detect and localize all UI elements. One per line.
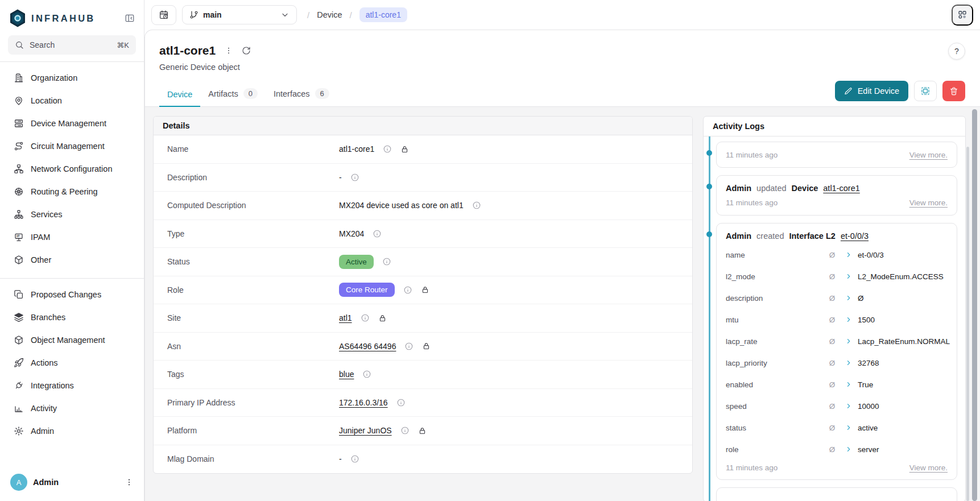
detail-row-computed-description: Computed Description MX204 device used a… <box>154 192 692 220</box>
sidebar-collapse-button[interactable] <box>125 13 135 23</box>
property-old-value: Ø <box>825 294 840 303</box>
tag-link[interactable]: blue <box>339 370 354 379</box>
user-row: A Admin <box>8 474 136 491</box>
property-row: l2_mode Ø L2_ModeEnum.ACCESS <box>726 266 948 287</box>
sidebar-item-services[interactable]: Services <box>8 203 136 226</box>
branch-selector[interactable]: main <box>182 5 297 24</box>
sidebar-nav-primary: Organization Location Device Management … <box>8 67 136 271</box>
entry-object-link[interactable]: et-0/0/3 <box>841 231 869 241</box>
sidebar-item-ipam[interactable]: IP IPAM <box>8 226 136 249</box>
property-name: lacp_rate <box>726 337 825 346</box>
sidebar-item-routing-peering[interactable]: Routing & Peering <box>8 180 136 203</box>
sidebar-item-organization[interactable]: Organization <box>8 67 136 89</box>
property-old-value: Ø <box>825 424 840 432</box>
info-icon[interactable] <box>350 173 359 182</box>
chevron-right-icon <box>840 251 858 258</box>
info-icon[interactable] <box>350 454 359 463</box>
property-row: enabled Ø True <box>726 374 948 395</box>
edit-device-button[interactable]: Edit Device <box>835 81 908 101</box>
refresh-button[interactable] <box>242 46 251 55</box>
detail-row-name: Name atl1-core1 <box>154 135 692 164</box>
view-more-link[interactable]: View more. <box>909 198 948 207</box>
info-icon[interactable] <box>472 201 481 210</box>
property-name: enabled <box>726 380 825 389</box>
breadcrumb-current[interactable]: atl1-core1 <box>359 7 407 22</box>
info-icon[interactable] <box>400 426 410 435</box>
info-icon[interactable] <box>362 370 371 379</box>
sidebar-item-label: Branches <box>31 313 65 322</box>
tab-interfaces[interactable]: Interfaces 6 <box>266 82 337 106</box>
info-icon[interactable] <box>403 285 412 295</box>
refresh-icon <box>242 46 251 55</box>
breadcrumb-section[interactable]: Device <box>317 10 342 19</box>
property-name: name <box>726 251 825 259</box>
sidebar-item-circuit-management[interactable]: Circuit Management <box>8 135 136 158</box>
title-menu-button[interactable] <box>224 46 233 55</box>
property-old-value: Ø <box>825 445 840 454</box>
help-button[interactable]: ? <box>948 43 965 60</box>
time-travel-button[interactable] <box>151 5 176 25</box>
chevron-right-icon <box>840 338 858 345</box>
primary-ip-link[interactable]: 172.16.0.3/16 <box>339 398 388 407</box>
info-icon[interactable] <box>361 313 370 322</box>
sidebar-item-integrations[interactable]: Integrations <box>8 374 136 397</box>
rocket-icon <box>14 358 24 368</box>
activity-entry: 11 minutes ago View more. <box>716 142 957 168</box>
sidebar-item-actions[interactable]: Actions <box>8 351 136 374</box>
delete-button[interactable] <box>942 81 965 101</box>
sidebar-item-branches[interactable]: Branches <box>8 306 136 329</box>
sidebar-item-object-management[interactable]: Object Management <box>8 329 136 351</box>
info-icon[interactable] <box>382 257 391 266</box>
view-more-link[interactable]: View more. <box>909 463 948 472</box>
map-pin-icon <box>14 96 24 106</box>
detail-row-platform: Platform Juniper JunOS <box>154 417 692 445</box>
logo-text: INFRAHUB <box>31 13 96 24</box>
lock-icon <box>418 427 427 435</box>
panels: Details Name atl1-core1 Description - <box>145 107 980 501</box>
sidebar-item-device-management[interactable]: Device Management <box>8 112 136 135</box>
sidebar-item-location[interactable]: Location <box>8 89 136 112</box>
info-icon[interactable] <box>373 229 382 238</box>
entry-object-type: Interface L2 <box>789 231 835 241</box>
tab-label: Device <box>167 90 192 99</box>
sidebar-item-admin[interactable]: Admin <box>8 420 136 442</box>
activity-scrollbar[interactable] <box>966 147 969 501</box>
object-group-icon <box>921 86 930 96</box>
sidebar-item-proposed-changes[interactable]: Proposed Changes <box>8 283 136 306</box>
sidebar-item-label: Services <box>31 210 63 219</box>
sidebar-item-label: Organization <box>31 73 77 82</box>
chevron-right-icon <box>840 295 858 301</box>
sidebar-item-network-configuration[interactable]: Network Configuration <box>8 158 136 180</box>
sidebar-item-activity[interactable]: Activity <box>8 397 136 420</box>
tab-artifacts[interactable]: Artifacts 0 <box>200 82 266 106</box>
sidebar-item-other[interactable]: Other <box>8 249 136 271</box>
asn-link[interactable]: AS64496 64496 <box>339 342 396 351</box>
git-branch-icon <box>189 10 199 19</box>
platform-link[interactable]: Juniper JunOS <box>339 426 392 435</box>
manage-groups-button[interactable] <box>914 81 937 101</box>
schema-workflow-button[interactable] <box>952 5 973 26</box>
app: INFRAHUB Search ⌘K Organization Locatio <box>0 0 980 501</box>
site-link[interactable]: atl1 <box>339 313 352 322</box>
detail-label: Computed Description <box>167 201 339 210</box>
view-more-link[interactable]: View more. <box>909 151 948 159</box>
timeline-dot <box>706 150 712 156</box>
detail-row-status: Status Active <box>154 248 692 276</box>
detail-value: MX204 device used as core on atl1 <box>339 201 464 210</box>
tab-device[interactable]: Device <box>159 84 200 107</box>
info-icon[interactable] <box>396 398 406 407</box>
details-panel: Details Name atl1-core1 Description - <box>153 116 693 474</box>
chevron-right-icon <box>840 381 858 388</box>
detail-row-primary-ip: Primary IP Address 172.16.0.3/16 <box>154 389 692 417</box>
dots-vertical-icon <box>125 478 134 487</box>
chevron-down-icon <box>280 10 290 19</box>
window-scrollbar[interactable] <box>972 109 977 501</box>
user-menu-button[interactable] <box>125 478 134 487</box>
info-icon[interactable] <box>383 144 392 154</box>
search-placeholder: Search <box>30 40 55 49</box>
entry-object-link[interactable]: atl1-core1 <box>823 184 859 193</box>
info-icon[interactable] <box>404 342 413 351</box>
detail-value: MX204 <box>339 229 364 238</box>
detail-row-role: Role Core Router <box>154 276 692 305</box>
search-input[interactable]: Search ⌘K <box>8 35 136 55</box>
